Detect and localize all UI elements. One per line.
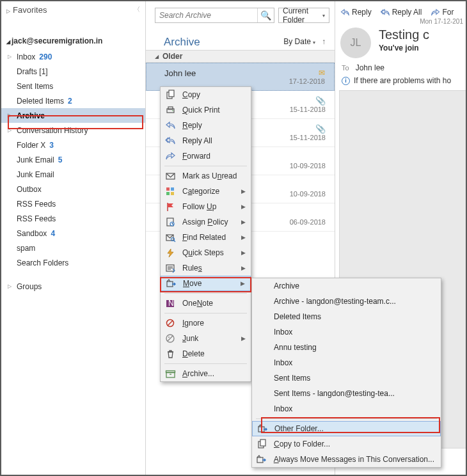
search-input[interactable] [155,8,257,22]
menu-item-markunread[interactable]: Mark as Unread [161,168,251,184]
folder-item-drafts-1-[interactable]: Drafts [1] [1,64,145,79]
folder-name: Search Folders [17,258,68,267]
folder-item-rss-feeds[interactable]: RSS Feeds [1,211,145,226]
chevron-right-icon: ▷ [8,127,12,133]
menu-item-followup[interactable]: Follow Up▶ [161,199,251,214]
categorize-icon [164,186,176,197]
message-subhead: You've join [379,44,429,52]
menu-item-label: Rules [182,264,244,273]
menu-item-quickprint[interactable]: Quick Print [161,102,251,118]
menu-item-forward[interactable]: Forward [161,148,251,164]
folder-item-outbox[interactable]: Outbox [1,182,145,196]
info-bar[interactable]: i If there are problems with ho [335,74,467,88]
sort-dropdown[interactable]: By Date ▾ [283,37,315,46]
submenu-item[interactable]: Deleted Items [252,309,441,324]
folder-item-folder-x[interactable]: Folder X3 [1,138,145,152]
folder-item-archive[interactable]: ▷Archive [1,108,145,123]
menu-item-junk[interactable]: Junk▶ [161,331,251,346]
submenu-item[interactable]: Copy to Folder... [252,436,441,452]
submenu-item[interactable]: Other Folder... [252,421,441,436]
folder-name: Sandbox [17,229,47,238]
folder-item-junk-email[interactable]: Junk Email5 [1,152,145,167]
search-scope-dropdown[interactable]: Current Folder ▾ [278,8,329,23]
menu-item-delete[interactable]: Delete [161,346,251,361]
menu-item-label: Assign Policy [182,218,244,226]
submenu-item[interactable]: Inbox [252,355,441,370]
menu-item-label: Quick Print [182,106,244,115]
menu-item-findrelated[interactable]: Find Related▶ [161,230,251,245]
submenu-arrow-icon: ▶ [241,250,246,256]
submenu-item-label: Archive - langdon@testing-team.c... [274,297,434,306]
reply-all-button[interactable]: Reply All [381,8,422,17]
submenu-item[interactable]: Always Move Messages in This Conversatio… [252,452,441,467]
forward-button[interactable]: For [431,8,454,17]
folder-item-junk-email[interactable]: Junk Email [1,167,145,182]
chevron-down-icon: ▾ [322,13,325,19]
menu-item-categorize[interactable]: Categorize▶ [161,184,251,199]
menu-item-label: Quick Steps [182,248,244,257]
collapse-icon[interactable]: 〈 [134,5,140,14]
submenu-arrow-icon: ▶ [241,219,246,225]
sort-direction-button[interactable]: ↑ [322,37,326,46]
folder-name: RSS Feeds [17,214,56,223]
submenu-arrow-icon: ▶ [241,234,246,241]
folder-item-inbox[interactable]: ▷Inbox290 [1,49,145,64]
blank-icon [256,296,267,307]
folder-item-spam[interactable]: spam [1,241,145,255]
menu-item-move[interactable]: Move▶ [161,276,251,291]
submenu-item[interactable]: Sent Items [252,370,441,386]
chevron-down-icon: ◢ [155,54,159,60]
menu-item-assignpolicy[interactable]: Assign Policy▶ [161,214,251,230]
folder-item-deleted-items[interactable]: Deleted Items2 [1,93,145,108]
folder-name: Junk Email [17,155,54,164]
submenu-item[interactable]: Inbox [252,324,441,340]
menu-item-onenote[interactable]: OneNote [161,296,251,311]
chevron-down-icon: ◢ [6,39,10,45]
account-name: jack@securemigration.in [12,36,102,45]
reply-button[interactable]: Reply [340,8,372,17]
chevron-right-icon: ▷ [8,54,12,60]
menu-item-reply[interactable]: Reply [161,118,251,133]
copy-icon [256,438,267,450]
message-date: 15-11-2018 [290,106,326,113]
menu-item-label: Forward [182,152,244,161]
folder-name: Sent Items [17,82,53,91]
submenu-item-label: Inbox [274,358,434,367]
blank-icon [256,357,267,369]
folder-item-conversation-history[interactable]: ▷Conversation History [1,123,145,138]
menu-item-quicksteps[interactable]: Quick Steps▶ [161,245,251,260]
delete-icon [164,348,176,360]
account-header[interactable]: ◢jack@securemigration.in [1,31,145,49]
folder-item-sandbox[interactable]: Sandbox4 [1,226,145,241]
folder-item-search-folders[interactable]: Search Folders [1,255,145,270]
folder-name: Inbox [17,52,35,61]
group-header[interactable]: ◢ Older [146,50,335,63]
favorites-header[interactable]: ▷Favorites 〈 [1,1,145,18]
search-icon[interactable]: 🔍 [257,8,274,22]
submenu-item[interactable]: Inbox [252,401,441,416]
submenu-arrow-icon: ▶ [241,203,246,210]
ignore-icon [164,317,176,329]
move-icon [165,278,177,289]
unread-badge: 2 [68,97,72,106]
menu-item-copy[interactable]: Copy [161,87,251,102]
folder-item-rss-feeds[interactable]: RSS Feeds [1,196,145,211]
to-recipient[interactable]: John lee [356,63,384,72]
groups-header[interactable]: ▷ Groups [1,279,145,294]
menu-item-archive[interactable]: Archive... [161,366,251,381]
menu-item-rules[interactable]: Rules▶ [161,260,251,276]
submenu-item[interactable]: Sent Items - langdon@testing-tea... [252,386,441,401]
blank-icon [256,326,267,338]
submenu-item[interactable]: Archive - langdon@testing-team.c... [252,294,441,309]
submenu-item[interactable]: Annu testing [252,340,441,355]
search-box[interactable]: 🔍 [155,8,274,23]
menu-item-replyall[interactable]: Reply All [161,133,251,148]
menu-item-ignore[interactable]: Ignore [161,315,251,331]
submenu-item-label: Other Folder... [274,424,434,433]
folder-item-sent-items[interactable]: Sent Items [1,79,145,93]
attachment-icon: 📎 [315,124,326,134]
menu-item-label: Reply [182,121,244,130]
menu-item-label: Categorize [182,187,244,196]
avatar: JL [340,28,371,58]
submenu-item[interactable]: Archive [252,278,441,294]
